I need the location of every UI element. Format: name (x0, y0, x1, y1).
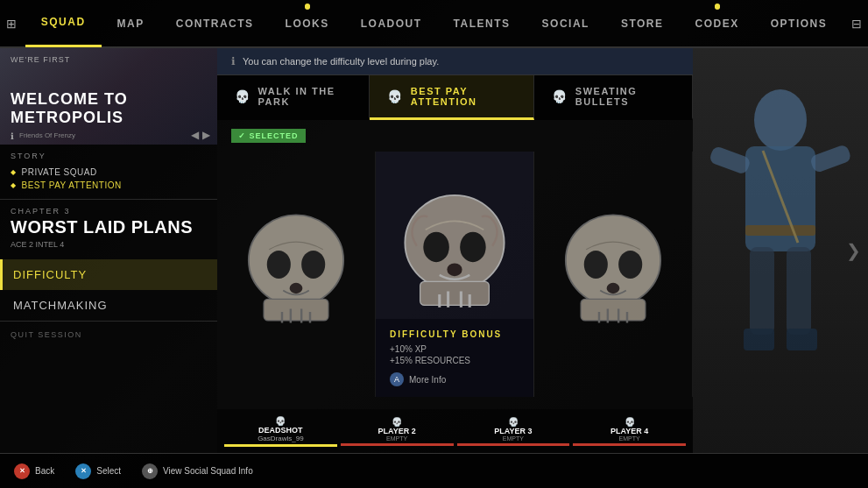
svg-point-12 (584, 251, 608, 279)
hero-area: WE'RE FIRST WELCOME TO METROPOLIS ℹ Frie… (0, 48, 217, 145)
player-bar-1 (341, 443, 454, 446)
skulls-area: DIFFICULTY BONUS +10% XP +15% RESOURCES … (217, 152, 693, 397)
player-name-3: PLAYER 4 (573, 427, 686, 435)
nav-item-options[interactable]: OPTIONS (755, 0, 843, 47)
svg-point-2 (267, 251, 291, 279)
view-social-button[interactable]: ⊕ View Social Squad Info (142, 463, 253, 479)
svg-rect-21 (744, 329, 774, 350)
nav-item-social[interactable]: SOCIAL (526, 0, 605, 47)
svg-point-4 (290, 283, 303, 294)
nav-item-store[interactable]: STORE (605, 0, 680, 47)
story-label: STORY (11, 152, 207, 160)
player-status-1: EMPTY (341, 435, 454, 442)
menu-matchmaking-label: MATCHMAKING (13, 299, 108, 312)
player-skull-3: 💀 (573, 417, 686, 427)
nav-label-loadout: LOADOUT (361, 18, 422, 30)
story-item-private[interactable]: ◆ PRIVATE SQUAD (11, 166, 207, 179)
player-gamertag-0: GasDrawls_99 (224, 435, 337, 442)
skull-svg-medium (389, 187, 520, 327)
nav-item-looks[interactable]: LOOKS (270, 0, 345, 47)
controller-icon-right: ⊟ (843, 17, 868, 31)
player-skull-1: 💀 (341, 417, 454, 427)
bullet-icon-active: ◆ (11, 181, 17, 189)
svg-point-9 (447, 263, 462, 276)
back-button[interactable]: ✕ Back (14, 463, 54, 479)
skull-icon-sweat: 💀 (552, 89, 568, 103)
bottom-bar: ✕ Back ✕ Select ⊕ View Social Squad Info (0, 453, 868, 488)
nav-label-contracts: CONTRACTS (176, 18, 254, 30)
svg-rect-22 (787, 329, 817, 350)
svg-point-15 (754, 89, 807, 151)
view-icon: ⊕ (142, 463, 158, 479)
skull-panel-medium[interactable]: DIFFICULTY BONUS +10% XP +15% RESOURCES … (376, 152, 534, 397)
nav-label-squad: SQUAD (41, 16, 86, 28)
quit-label: QUIT SESSION (11, 330, 82, 339)
player-bar-2 (457, 443, 570, 446)
info-icon: ℹ (231, 55, 236, 67)
character-silhouette (693, 50, 868, 453)
menu-section: DIFFICULTY MATCHMAKING QUIT SESSION (0, 259, 217, 348)
tab-walk-in-park[interactable]: 💀 WALK IN THE PARK (217, 75, 370, 120)
nav-item-codex[interactable]: CODEX (680, 0, 755, 47)
player-status-2: EMPTY (457, 435, 570, 442)
more-info-icon: A (390, 372, 404, 386)
skull-icon-best: 💀 (387, 89, 404, 103)
nav-item-squad[interactable]: SQUAD (25, 0, 102, 47)
nav-bar: ⊞ SQUAD MAP CONTRACTS LOOKS LOADOUT TALE… (0, 0, 868, 48)
nav-next[interactable]: ▶ (202, 129, 210, 141)
nav-prev[interactable]: ◀ (191, 129, 199, 141)
nav-label-social: SOCIAL (542, 18, 589, 30)
select-button[interactable]: ✕ Select (75, 463, 121, 479)
menu-item-difficulty[interactable]: DIFFICULTY (0, 259, 217, 290)
nav-label-store: STORE (621, 18, 664, 30)
nav-dot-codex (715, 4, 720, 10)
player-skull-0: 💀 (224, 416, 337, 426)
menu-difficulty-label: DIFFICULTY (13, 268, 87, 281)
bonus-item-0: +10% XP (390, 344, 519, 354)
player-bar-0 (224, 444, 337, 447)
skull-svg-hard (547, 204, 679, 344)
right-panel: ❯ (693, 48, 868, 453)
chapter-label: CHAPTER 3 (11, 207, 207, 216)
skull-icon-walk: 💀 (235, 89, 251, 103)
player-entry-0: 💀 DEADSHOT GasDrawls_99 (224, 416, 337, 447)
player-bar-3 (573, 443, 686, 446)
more-info-button[interactable]: A More Info (390, 372, 519, 386)
svg-rect-17 (709, 145, 752, 175)
controller-icon-left: ⊞ (0, 17, 25, 31)
nav-item-contracts[interactable]: CONTRACTS (160, 0, 270, 47)
nav-item-loadout[interactable]: LOADOUT (345, 0, 438, 47)
selected-badge: ✓ SELECTED (231, 129, 306, 143)
skull-panel-hard[interactable] (534, 152, 693, 397)
more-info-label: More Info (409, 375, 446, 385)
menu-item-matchmaking[interactable]: MATCHMAKING (0, 290, 217, 321)
svg-rect-1 (264, 299, 328, 321)
nav-item-talents[interactable]: TALENTS (438, 0, 526, 47)
bonus-title: DIFFICULTY BONUS (390, 329, 519, 339)
svg-point-13 (618, 251, 642, 279)
bonus-item-1: +15% RESOURCES (390, 356, 519, 365)
character-background: ❯ (693, 48, 868, 453)
story-item-private-label: PRIVATE SQUAD (22, 167, 97, 177)
tab-best-pay[interactable]: 💀 BEST PAY ATTENTION (370, 75, 534, 120)
main-content: ℹ You can change the difficulty level du… (217, 48, 693, 409)
svg-rect-11 (581, 299, 646, 321)
svg-point-14 (607, 283, 620, 294)
bullet-icon: ◆ (11, 168, 17, 176)
tab-sweating-bullets[interactable]: 💀 SWEATING BULLETS (534, 75, 693, 120)
nav-label-options: OPTIONS (771, 18, 828, 30)
hero-title: WELCOME TO METROPOLIS (11, 90, 217, 127)
char-nav-arrow[interactable]: ❯ (846, 240, 861, 261)
player-entry-2: 💀 PLAYER 3 EMPTY (457, 417, 570, 446)
svg-point-7 (423, 232, 449, 262)
player-row: 💀 DEADSHOT GasDrawls_99 💀 PLAYER 2 EMPTY… (217, 409, 693, 453)
nav-dot-looks (305, 4, 310, 10)
player-entry-1: 💀 PLAYER 2 EMPTY (341, 417, 454, 446)
story-item-bestpay[interactable]: ◆ BEST PAY ATTENTION (11, 179, 207, 192)
skull-panel-easy[interactable] (217, 152, 376, 397)
player-name-1: PLAYER 2 (341, 427, 454, 435)
hero-label: WE'RE FIRST (11, 55, 70, 64)
quit-session[interactable]: QUIT SESSION (0, 322, 217, 348)
story-section: STORY ◆ PRIVATE SQUAD ◆ BEST PAY ATTENTI… (0, 145, 217, 200)
nav-item-map[interactable]: MAP (102, 0, 160, 47)
